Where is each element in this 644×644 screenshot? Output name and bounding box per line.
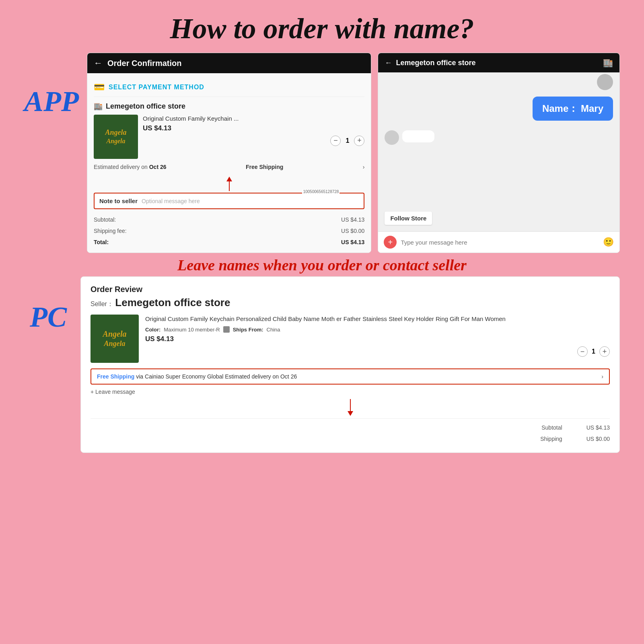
pc-product-details: Original Custom Family Keychain Personal…	[145, 315, 610, 363]
subtotal-row: Subtotal: US $4.13	[94, 214, 364, 225]
pc-product-title: Original Custom Family Keychain Personal…	[145, 315, 610, 323]
pc-qty-increase[interactable]: +	[599, 346, 610, 357]
totals-section: Subtotal: US $4.13 Shipping fee: US $0.0…	[94, 214, 364, 248]
product-title: Original Custom Family Keychain ...	[143, 115, 364, 123]
pc-product-image: Angela Angela	[91, 315, 139, 363]
add-attachment-button[interactable]: +	[384, 236, 397, 249]
quantity-increase-btn[interactable]: +	[354, 136, 364, 146]
color-value: Maximum 10 member-R	[164, 327, 220, 333]
delivery-text: Estimated delivery on Oct 26	[94, 164, 167, 170]
shipping-chevron-icon: ›	[601, 373, 603, 380]
total-row: Total: US $4.13	[94, 237, 364, 248]
subtotal-value: US $4.13	[341, 214, 364, 225]
shipping-text: Free Shipping via Cainiao Super Economy …	[97, 373, 297, 380]
free-shipping-label: Free Shipping	[246, 164, 283, 170]
store-header-icon: 🏬	[603, 58, 613, 68]
store-name: Lemegeton office store	[106, 102, 185, 111]
pc-product-row: Angela Angela Original Custom Family Key…	[91, 315, 610, 363]
pc-price: US $4.13	[145, 335, 610, 343]
pc-qty-decrease[interactable]: −	[577, 346, 588, 357]
messaging-body: Name： Mary Follow Store	[378, 72, 619, 231]
payment-text: SELECT PAYMENT METHOD	[109, 84, 204, 91]
down-arrow-annotation	[91, 399, 610, 416]
ships-from-value: China	[267, 327, 280, 333]
quantity-decrease-btn[interactable]: −	[330, 136, 341, 146]
pc-product-meta: Color: Maximum 10 member-R Ships From: C…	[145, 326, 610, 333]
seller-name: Lemegeton office store	[115, 296, 230, 309]
shipping-box[interactable]: Free Shipping via Cainiao Super Economy …	[91, 368, 610, 385]
pc-shipping-value: US $0.00	[586, 433, 610, 444]
note-placeholder: Optional message here	[142, 198, 200, 204]
quantity-value: 1	[346, 137, 349, 144]
pc-shipping-row: Shipping US $0.00	[91, 433, 610, 444]
product-row: Angela Angela Original Custom Family Key…	[94, 115, 364, 159]
subtotal-label: Subtotal:	[94, 214, 116, 225]
seller-avatar	[385, 130, 399, 145]
seller-prefix: Seller：	[91, 300, 113, 307]
store-icon: 🏬	[94, 102, 103, 111]
order-confirmation-panel: ← Order Confirmation 💳 SELECT PAYMENT ME…	[87, 53, 371, 253]
app-label: APP	[24, 85, 79, 118]
leave-message-text: + Leave message	[91, 389, 135, 395]
name-chat-bubble: Name： Mary	[533, 97, 613, 121]
user-avatar	[597, 74, 613, 90]
payment-method-row[interactable]: 💳 SELECT PAYMENT METHOD	[94, 78, 364, 97]
store-row: 🏬 Lemegeton office store	[94, 102, 364, 111]
chevron-right-icon: ›	[363, 164, 365, 170]
pc-subtotal-label: Subtotal	[541, 422, 562, 433]
product-image: Angela Angela	[94, 115, 138, 159]
order-confirmation-title: Order Confirmation	[107, 59, 181, 68]
color-label: Color:	[145, 327, 160, 333]
product-price: US $4.13	[143, 124, 364, 132]
leave-message-link[interactable]: + Leave message	[91, 389, 610, 395]
product-details: Original Custom Family Keychain ... US $…	[143, 115, 364, 159]
messaging-header: ← Lemegeton office store 🏬	[378, 53, 619, 72]
note-id: 1005006565128728	[302, 189, 339, 194]
total-value: US $4.13	[341, 237, 364, 248]
messaging-panel: ← Lemegeton office store 🏬 Name： Mary	[378, 53, 620, 253]
shipping-fee-label: Shipping fee:	[94, 225, 127, 237]
pc-shipping-label: Shipping	[540, 433, 562, 444]
note-label: Note to seller	[99, 198, 138, 204]
order-review-title: Order Review	[91, 285, 610, 294]
seller-row: Seller： Lemegeton office store	[91, 296, 610, 309]
message-input[interactable]	[401, 239, 599, 246]
color-swatch	[223, 326, 230, 333]
emoji-button[interactable]: 🙂	[603, 237, 614, 247]
pc-totals: Subtotal US $4.13 Shipping US $0.00	[91, 418, 610, 444]
note-to-seller-box[interactable]: Note to seller Optional message here 100…	[94, 193, 364, 209]
pc-label: PC	[24, 300, 72, 334]
total-label: Total:	[94, 237, 109, 248]
shipping-fee-row: Shipping fee: US $0.00	[94, 225, 364, 237]
ships-from-label: Ships From:	[233, 327, 263, 333]
pc-subtotal-row: Subtotal US $4.13	[91, 422, 610, 433]
pc-subtotal-value: US $4.13	[586, 422, 610, 433]
pc-order-panel: Order Review Seller： Lemegeton office st…	[80, 276, 620, 453]
quantity-row: − 1 +	[143, 136, 364, 146]
payment-icon: 💳	[94, 82, 105, 93]
message-input-row: + 🙂	[378, 231, 619, 253]
shipping-fee-value: US $0.00	[341, 225, 364, 237]
back-arrow-icon[interactable]: ←	[94, 58, 103, 68]
instruction-text: Leave names when you order or contact se…	[24, 256, 620, 274]
pc-quantity-row: − 1 +	[145, 346, 610, 357]
main-title: How to order with name?	[24, 4, 620, 49]
seller-reply-bubble	[402, 130, 434, 142]
delivery-row: Estimated delivery on Oct 26 Free Shippi…	[94, 164, 364, 173]
order-confirmation-header: ← Order Confirmation	[87, 53, 371, 73]
follow-store-button[interactable]: Follow Store	[385, 212, 432, 225]
pc-qty-value: 1	[592, 348, 595, 355]
page-wrapper: How to order with name? APP ← Order Conf…	[0, 0, 644, 644]
messaging-back-arrow[interactable]: ←	[385, 59, 392, 67]
messaging-store-name: Lemegeton office store	[396, 59, 475, 67]
